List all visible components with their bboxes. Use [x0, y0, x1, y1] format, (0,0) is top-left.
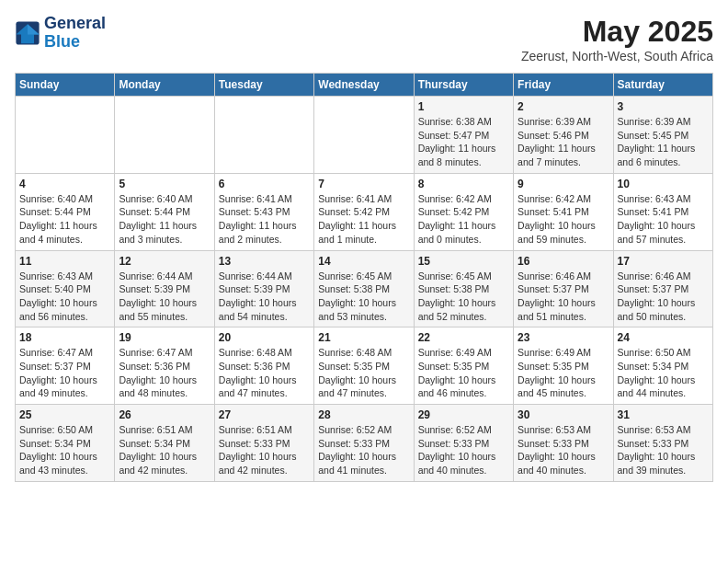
day-info: Sunrise: 6:52 AMSunset: 5:33 PMDaylight:…: [418, 423, 509, 477]
calendar-cell: 26Sunrise: 6:51 AMSunset: 5:34 PMDayligh…: [115, 405, 214, 482]
day-info: Sunrise: 6:45 AMSunset: 5:38 PMDaylight:…: [418, 270, 509, 324]
day-info: Sunrise: 6:53 AMSunset: 5:33 PMDaylight:…: [518, 423, 609, 477]
day-info: Sunrise: 6:41 AMSunset: 5:42 PMDaylight:…: [318, 192, 409, 247]
day-number: 7: [318, 178, 409, 190]
calendar-cell: 14Sunrise: 6:45 AMSunset: 5:38 PMDayligh…: [314, 250, 414, 327]
day-number: 5: [119, 178, 210, 190]
day-info: Sunrise: 6:50 AMSunset: 5:34 PMDaylight:…: [19, 423, 110, 477]
day-info: Sunrise: 6:51 AMSunset: 5:33 PMDaylight:…: [219, 423, 310, 477]
day-number: 21: [318, 331, 409, 344]
day-number: 8: [418, 178, 509, 190]
calendar-week-row: 4Sunrise: 6:40 AMSunset: 5:44 PMDaylight…: [16, 173, 713, 250]
day-info: Sunrise: 6:43 AMSunset: 5:41 PMDaylight:…: [618, 192, 709, 247]
day-info: Sunrise: 6:47 AMSunset: 5:36 PMDaylight:…: [119, 346, 210, 400]
header-tuesday: Tuesday: [214, 74, 313, 97]
calendar-cell: 21Sunrise: 6:48 AMSunset: 5:35 PMDayligh…: [314, 327, 414, 405]
day-info: Sunrise: 6:40 AMSunset: 5:44 PMDaylight:…: [19, 192, 110, 247]
day-number: 19: [119, 331, 210, 344]
day-info: Sunrise: 6:48 AMSunset: 5:35 PMDaylight:…: [318, 346, 409, 400]
calendar-cell: 20Sunrise: 6:48 AMSunset: 5:36 PMDayligh…: [214, 327, 313, 405]
calendar-cell: 12Sunrise: 6:44 AMSunset: 5:39 PMDayligh…: [115, 250, 214, 327]
header-sunday: Sunday: [16, 74, 115, 97]
calendar-cell: [214, 97, 313, 174]
logo-icon: [15, 20, 40, 46]
header-thursday: Thursday: [414, 74, 513, 97]
calendar-cell: 28Sunrise: 6:52 AMSunset: 5:33 PMDayligh…: [314, 405, 414, 482]
day-info: Sunrise: 6:42 AMSunset: 5:41 PMDaylight:…: [518, 192, 609, 247]
day-number: 13: [219, 255, 310, 268]
day-number: 27: [219, 408, 310, 421]
calendar-cell: 17Sunrise: 6:46 AMSunset: 5:37 PMDayligh…: [613, 250, 712, 327]
calendar-cell: 4Sunrise: 6:40 AMSunset: 5:44 PMDaylight…: [16, 173, 115, 250]
calendar-table: SundayMondayTuesdayWednesdayThursdayFrid…: [15, 73, 713, 482]
calendar-cell: 16Sunrise: 6:46 AMSunset: 5:37 PMDayligh…: [514, 250, 613, 327]
day-number: 16: [518, 255, 609, 268]
calendar-cell: [16, 97, 115, 174]
day-number: 10: [618, 178, 709, 190]
calendar-week-row: 18Sunrise: 6:47 AMSunset: 5:37 PMDayligh…: [16, 327, 713, 405]
day-info: Sunrise: 6:42 AMSunset: 5:42 PMDaylight:…: [418, 192, 509, 247]
calendar-cell: 25Sunrise: 6:50 AMSunset: 5:34 PMDayligh…: [16, 405, 115, 482]
day-number: 31: [618, 408, 709, 421]
page-subtitle: Zeerust, North-West, South Africa: [521, 49, 713, 63]
logo-line1: General: [44, 15, 106, 33]
day-number: 22: [418, 331, 509, 344]
day-number: 17: [618, 255, 709, 268]
day-info: Sunrise: 6:45 AMSunset: 5:38 PMDaylight:…: [318, 270, 409, 324]
day-number: 12: [119, 255, 210, 268]
calendar-cell: 15Sunrise: 6:45 AMSunset: 5:38 PMDayligh…: [414, 250, 513, 327]
day-number: 11: [19, 255, 110, 268]
logo: General Blue: [15, 15, 106, 52]
day-number: 14: [318, 255, 409, 268]
calendar-cell: 11Sunrise: 6:43 AMSunset: 5:40 PMDayligh…: [16, 250, 115, 327]
calendar-cell: 9Sunrise: 6:42 AMSunset: 5:41 PMDaylight…: [514, 173, 613, 250]
day-number: 24: [618, 331, 709, 344]
calendar-week-row: 1Sunrise: 6:38 AMSunset: 5:47 PMDaylight…: [16, 97, 713, 174]
day-info: Sunrise: 6:50 AMSunset: 5:34 PMDaylight:…: [618, 346, 709, 400]
day-info: Sunrise: 6:39 AMSunset: 5:45 PMDaylight:…: [618, 115, 709, 169]
day-number: 23: [518, 331, 609, 344]
day-number: 6: [219, 178, 310, 190]
calendar-cell: 10Sunrise: 6:43 AMSunset: 5:41 PMDayligh…: [613, 173, 712, 250]
day-number: 9: [518, 178, 609, 190]
calendar-week-row: 11Sunrise: 6:43 AMSunset: 5:40 PMDayligh…: [16, 250, 713, 327]
calendar-header-row: SundayMondayTuesdayWednesdayThursdayFrid…: [16, 74, 713, 97]
day-number: 25: [19, 408, 110, 421]
day-info: Sunrise: 6:40 AMSunset: 5:44 PMDaylight:…: [119, 192, 210, 247]
day-number: 1: [418, 100, 509, 113]
page-header: General Blue May 2025 Zeerust, North-Wes…: [15, 15, 713, 63]
day-info: Sunrise: 6:41 AMSunset: 5:43 PMDaylight:…: [219, 192, 310, 247]
day-info: Sunrise: 6:49 AMSunset: 5:35 PMDaylight:…: [418, 346, 509, 400]
day-number: 30: [518, 408, 609, 421]
logo-text: General Blue: [44, 15, 106, 52]
calendar-cell: [314, 97, 414, 174]
day-number: 4: [19, 178, 110, 190]
calendar-cell: 3Sunrise: 6:39 AMSunset: 5:45 PMDaylight…: [613, 97, 712, 174]
calendar-cell: 24Sunrise: 6:50 AMSunset: 5:34 PMDayligh…: [613, 327, 712, 405]
day-info: Sunrise: 6:46 AMSunset: 5:37 PMDaylight:…: [518, 270, 609, 324]
calendar-cell: 23Sunrise: 6:49 AMSunset: 5:35 PMDayligh…: [514, 327, 613, 405]
header-wednesday: Wednesday: [314, 74, 414, 97]
day-info: Sunrise: 6:39 AMSunset: 5:46 PMDaylight:…: [518, 115, 609, 169]
calendar-cell: 6Sunrise: 6:41 AMSunset: 5:43 PMDaylight…: [214, 173, 313, 250]
day-info: Sunrise: 6:46 AMSunset: 5:37 PMDaylight:…: [618, 270, 709, 324]
day-info: Sunrise: 6:38 AMSunset: 5:47 PMDaylight:…: [418, 115, 509, 169]
calendar-cell: 18Sunrise: 6:47 AMSunset: 5:37 PMDayligh…: [16, 327, 115, 405]
day-info: Sunrise: 6:48 AMSunset: 5:36 PMDaylight:…: [219, 346, 310, 400]
header-monday: Monday: [115, 74, 214, 97]
calendar-cell: 5Sunrise: 6:40 AMSunset: 5:44 PMDaylight…: [115, 173, 214, 250]
day-number: 15: [418, 255, 509, 268]
day-info: Sunrise: 6:49 AMSunset: 5:35 PMDaylight:…: [518, 346, 609, 400]
day-number: 20: [219, 331, 310, 344]
day-info: Sunrise: 6:47 AMSunset: 5:37 PMDaylight:…: [19, 346, 110, 400]
calendar-week-row: 25Sunrise: 6:50 AMSunset: 5:34 PMDayligh…: [16, 405, 713, 482]
day-info: Sunrise: 6:44 AMSunset: 5:39 PMDaylight:…: [119, 270, 210, 324]
day-number: 28: [318, 408, 409, 421]
calendar-cell: 1Sunrise: 6:38 AMSunset: 5:47 PMDaylight…: [414, 97, 513, 174]
calendar-cell: 13Sunrise: 6:44 AMSunset: 5:39 PMDayligh…: [214, 250, 313, 327]
day-number: 3: [618, 100, 709, 113]
calendar-cell: 19Sunrise: 6:47 AMSunset: 5:36 PMDayligh…: [115, 327, 214, 405]
calendar-cell: 30Sunrise: 6:53 AMSunset: 5:33 PMDayligh…: [514, 405, 613, 482]
calendar-cell: 29Sunrise: 6:52 AMSunset: 5:33 PMDayligh…: [414, 405, 513, 482]
calendar-cell: 31Sunrise: 6:53 AMSunset: 5:33 PMDayligh…: [613, 405, 712, 482]
